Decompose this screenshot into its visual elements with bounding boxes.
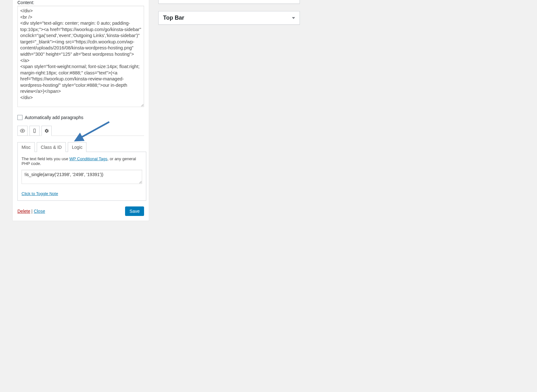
tab-devices[interactable]	[29, 126, 40, 136]
meta-box-empty	[158, 0, 300, 4]
tab-misc[interactable]: Misc	[17, 142, 35, 152]
auto-paragraphs-label-wrap[interactable]: Automatically add paragraphs	[17, 115, 144, 120]
content-label: Content:	[17, 0, 144, 5]
svg-point-0	[22, 130, 23, 131]
eye-icon	[20, 128, 25, 133]
auto-paragraphs-label: Automatically add paragraphs	[25, 115, 83, 120]
icon-tabs	[17, 126, 144, 136]
tab-class-id[interactable]: Class & ID	[37, 142, 66, 152]
meta-box-topbar-header[interactable]: Top Bar	[159, 11, 300, 24]
close-link[interactable]: Close	[34, 209, 45, 214]
tab-settings[interactable]	[41, 126, 52, 136]
tab-logic[interactable]: Logic	[68, 142, 86, 152]
logic-help-pre: The text field lets you use	[22, 156, 69, 161]
auto-paragraphs-row: Automatically add paragraphs	[17, 115, 144, 120]
gear-icon	[44, 129, 49, 133]
tab-visibility[interactable]	[17, 126, 28, 136]
widget-actions: Delete | Close Save	[17, 206, 144, 216]
sub-tabs: Misc Class & ID Logic	[17, 142, 144, 152]
logic-help-link[interactable]: WP Conditional Tags	[69, 156, 107, 161]
svg-rect-1	[34, 129, 35, 133]
meta-box-topbar-title: Top Bar	[163, 15, 184, 21]
phone-icon	[32, 129, 37, 133]
chevron-down-icon	[292, 17, 295, 19]
meta-box-topbar: Top Bar	[158, 11, 300, 25]
toggle-note-link[interactable]: Click to Toggle Note	[22, 191, 58, 196]
widget-panel: Content: Automatically add paragraphs	[12, 0, 149, 221]
save-button[interactable]: Save	[125, 206, 144, 216]
separator: |	[31, 209, 34, 214]
logic-panel: The text field lets you use WP Condition…	[17, 152, 146, 201]
widget-actions-left: Delete | Close	[17, 209, 45, 214]
logic-input[interactable]	[22, 170, 142, 184]
auto-paragraphs-checkbox[interactable]	[17, 115, 22, 120]
content-textarea[interactable]	[17, 6, 144, 107]
logic-help: The text field lets you use WP Condition…	[22, 156, 142, 166]
delete-link[interactable]: Delete	[17, 209, 30, 214]
right-meta-column: Top Bar	[158, 0, 300, 31]
